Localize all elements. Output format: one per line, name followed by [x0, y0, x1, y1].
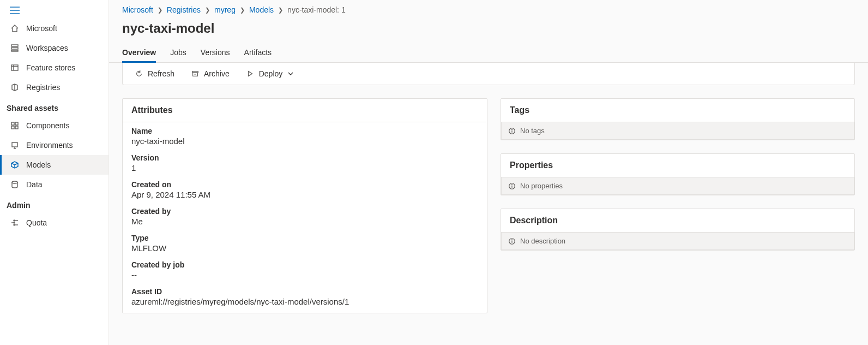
attribute-value: MLFLOW: [131, 243, 478, 253]
attribute-label: Created by: [131, 207, 478, 216]
attribute-label: Version: [131, 153, 478, 162]
sidebar-item-data[interactable]: Data: [0, 175, 108, 194]
tab-versions[interactable]: Versions: [201, 43, 230, 62]
sidebar-item-label: Components: [26, 121, 69, 130]
tab-artifacts[interactable]: Artifacts: [244, 43, 272, 62]
svg-rect-14: [12, 142, 17, 147]
tab-jobs[interactable]: Jobs: [170, 43, 186, 62]
attribute-value: Apr 9, 2024 11:55 AM: [131, 190, 478, 199]
empty-state: No tags: [501, 122, 854, 140]
svg-rect-4: [11, 47, 18, 49]
breadcrumb-link[interactable]: Registries: [167, 5, 201, 14]
svg-point-21: [14, 222, 15, 223]
breadcrumb: Microsoft ❯ Registries ❯ myreg ❯ Models …: [109, 0, 868, 16]
attribute-row: Name nyc-taxi-model: [123, 122, 487, 149]
attribute-row: Asset ID azureml://registries/myreg/mode…: [123, 283, 487, 313]
svg-rect-12: [11, 126, 14, 129]
stack-icon: [10, 43, 20, 53]
info-icon: [508, 127, 516, 135]
deploy-button[interactable]: Deploy: [243, 67, 297, 80]
sidebar-item-label: Workspaces: [26, 44, 68, 52]
attribute-value: --: [131, 270, 478, 279]
empty-text: No tags: [520, 127, 545, 135]
refresh-button[interactable]: Refresh: [131, 67, 178, 80]
svg-point-32: [512, 184, 513, 185]
sidebar-item-environments[interactable]: Environments: [0, 135, 108, 155]
hamburger-icon[interactable]: [0, 2, 108, 19]
attribute-value: 1: [131, 163, 478, 172]
sidebar-item-label: Feature stores: [26, 63, 75, 72]
card-header: Tags: [501, 99, 854, 122]
attribute-value: nyc-taxi-model: [131, 136, 478, 146]
svg-rect-3: [11, 45, 18, 46]
sidebar-section-shared: Shared assets: [0, 97, 108, 116]
description-card: Description No description: [501, 209, 855, 251]
sidebar-item-label: Environments: [26, 141, 73, 150]
svg-rect-13: [15, 126, 18, 129]
svg-point-17: [12, 181, 17, 183]
action-label: Refresh: [148, 69, 174, 78]
action-bar: Refresh Archive Deploy: [122, 63, 855, 85]
attribute-row: Created by Me: [123, 203, 487, 229]
sidebar-item-label: Data: [26, 180, 43, 189]
breadcrumb-link[interactable]: Microsoft: [122, 5, 153, 14]
properties-card: Properties No properties: [501, 153, 855, 195]
refresh-icon: [135, 69, 143, 78]
sidebar-item-models[interactable]: Models: [0, 155, 108, 175]
attribute-row: Version 1: [123, 149, 487, 176]
empty-state: No description: [501, 232, 854, 250]
sidebar-item-label: Quota: [26, 218, 47, 227]
attribute-row: Created by job --: [123, 256, 487, 283]
chevron-right-icon: ❯: [205, 7, 210, 14]
attribute-label: Created by job: [131, 260, 478, 269]
action-label: Archive: [204, 69, 230, 78]
sidebar: Microsoft Workspaces Feature stores Regi…: [0, 0, 109, 345]
chevron-right-icon: ❯: [278, 7, 283, 14]
empty-state: No properties: [501, 177, 854, 195]
breadcrumb-link[interactable]: Models: [249, 5, 274, 14]
attribute-label: Type: [131, 234, 478, 242]
info-icon: [508, 237, 516, 245]
archive-button[interactable]: Archive: [188, 67, 233, 80]
attribute-value: azureml://registries/myreg/models/nyc-ta…: [131, 297, 478, 306]
svg-rect-6: [11, 65, 18, 70]
attribute-label: Name: [131, 127, 478, 135]
component-icon: [10, 121, 20, 130]
model-icon: [10, 160, 20, 170]
sidebar-item-label: Microsoft: [26, 24, 57, 33]
svg-rect-5: [11, 50, 18, 51]
svg-point-35: [512, 239, 513, 240]
card-header: Attributes: [123, 99, 487, 122]
sidebar-item-label: Registries: [26, 83, 60, 92]
sidebar-item-components[interactable]: Components: [0, 116, 108, 135]
breadcrumb-link[interactable]: myreg: [214, 5, 236, 14]
tab-overview[interactable]: Overview: [122, 43, 156, 62]
empty-text: No description: [520, 237, 565, 245]
sidebar-item-label: Models: [26, 160, 51, 169]
sidebar-item-quota[interactable]: Quota: [0, 213, 108, 233]
home-icon: [10, 23, 20, 33]
sidebar-item-workspaces[interactable]: Workspaces: [0, 38, 108, 58]
tabs: Overview Jobs Versions Artifacts: [109, 43, 868, 63]
main-content: Microsoft ❯ Registries ❯ myreg ❯ Models …: [109, 0, 868, 345]
attribute-value: Me: [131, 217, 478, 226]
tags-card: Tags No tags: [501, 98, 855, 140]
feature-icon: [10, 63, 20, 73]
play-icon: [246, 69, 255, 78]
attribute-row: Created on Apr 9, 2024 11:55 AM: [123, 176, 487, 203]
card-header: Properties: [501, 154, 854, 177]
svg-point-29: [512, 129, 513, 129]
sidebar-item-registries[interactable]: Registries: [0, 78, 108, 97]
sidebar-section-admin: Admin: [0, 194, 108, 213]
sidebar-item-feature-stores[interactable]: Feature stores: [0, 58, 108, 78]
attributes-card: Attributes Name nyc-taxi-model Version 1…: [122, 98, 487, 313]
svg-rect-11: [15, 122, 18, 125]
sidebar-item-microsoft[interactable]: Microsoft: [0, 19, 108, 38]
attribute-row: Type MLFLOW: [123, 229, 487, 256]
registry-icon: [10, 82, 20, 92]
attribute-label: Asset ID: [131, 287, 478, 296]
quota-icon: [10, 218, 20, 228]
info-icon: [508, 182, 516, 190]
svg-rect-10: [11, 122, 14, 125]
empty-text: No properties: [520, 182, 563, 190]
